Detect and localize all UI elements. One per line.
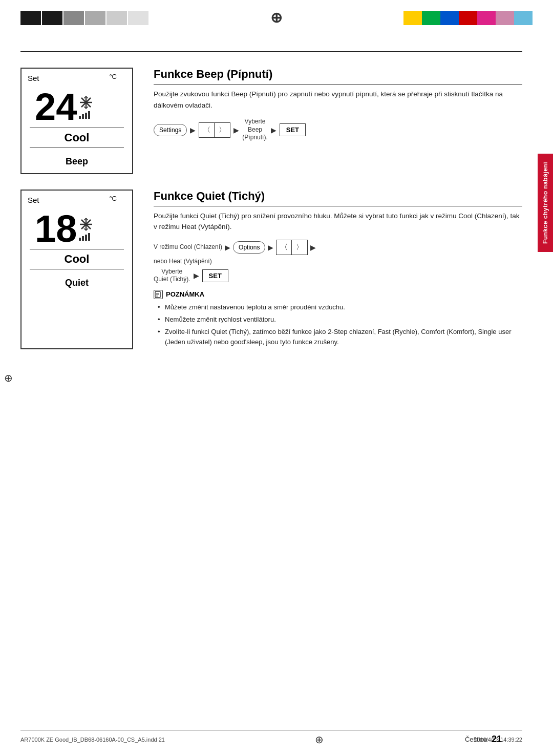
- quiet-control-line1: V režimu Cool (Chlazení): [154, 243, 222, 251]
- poznamka-item-2: Nemůžete změnit rychlost ventilátoru.: [158, 314, 522, 325]
- arrow-right-icon1: ▶: [190, 126, 196, 134]
- quiet-temp-row: 18: [35, 212, 124, 246]
- beep-mode: Cool: [30, 131, 124, 144]
- color-sq-lightgray: [128, 11, 148, 25]
- quiet-deg-label: °C: [109, 195, 117, 202]
- beep-temp-num: 24: [35, 90, 77, 124]
- arrow-right-quiet1: ▶: [225, 243, 230, 251]
- settings-button[interactable]: Settings: [154, 124, 187, 136]
- color-sq-green: [422, 11, 440, 25]
- color-sq-red: [459, 11, 477, 25]
- poznamka-title-row: POZNÁMKA: [154, 290, 522, 299]
- beep-deg-label: °C: [109, 73, 117, 80]
- beep-section-content: Funkce Beep (Pípnutí) Použijte zvukovou …: [154, 68, 522, 174]
- nav-left-beep[interactable]: 〈: [199, 123, 215, 137]
- registration-mark-left: ⊕: [4, 372, 13, 384]
- beep-bottom-label: Beep: [30, 156, 124, 167]
- snowflake-icon-quiet: [79, 217, 93, 232]
- snowflake-icon: [79, 95, 93, 110]
- beep-display-box: Set °C 24: [20, 68, 133, 174]
- beep-description: Použijte zvukovou funkci Beep (Pípnutí) …: [154, 89, 522, 111]
- poznamka-item-3: Zvolíte-li funkci Quiet (Tichý), zatímco…: [158, 327, 522, 347]
- doc-icon: [154, 290, 163, 299]
- quiet-title: Funkce Quiet (Tichý): [154, 190, 522, 206]
- quiet-temp-num: 18: [35, 212, 77, 246]
- registration-mark-top: ⊕: [270, 9, 282, 26]
- color-sq-blue: [440, 11, 459, 25]
- quiet-bottom-label: Quiet: [30, 278, 124, 288]
- top-divider: [20, 51, 522, 52]
- options-button[interactable]: Options: [233, 241, 265, 254]
- nav-left-quiet[interactable]: 〈: [276, 240, 292, 255]
- color-sq-yellow: [403, 11, 422, 25]
- quiet-side-icons: [79, 217, 93, 241]
- quiet-row1: V režimu Cool (Chlazení) ▶ Options ▶ 〈 〉…: [154, 240, 522, 255]
- vyberte-beep-group: VyberteBeep(Pípnutí).: [242, 118, 267, 142]
- poznamka-section: POZNÁMKA Můžete změnit nastavenou teplot…: [154, 290, 522, 348]
- color-sq-gray1: [63, 11, 84, 25]
- quiet-set-label: Set: [28, 196, 39, 204]
- color-squares-right: [403, 11, 533, 25]
- quiet-section: Set °C 18: [20, 190, 522, 350]
- vyberte-quiet-label: VyberteQuiet (Tichý).: [154, 268, 190, 284]
- quiet-control-line2: nebo Heat (Vytápění): [154, 257, 212, 266]
- quiet-row2: nebo Heat (Vytápění): [154, 257, 522, 266]
- color-sq-gray2: [85, 11, 105, 25]
- color-sq-gray3: [107, 11, 127, 25]
- arrow-right-icon2: ▶: [233, 126, 239, 134]
- set-button-quiet[interactable]: SET: [202, 269, 228, 282]
- quiet-controls-group: V režimu Cool (Chlazení) ▶ Options ▶ 〈 〉…: [154, 240, 522, 284]
- color-sq-cyan: [514, 11, 533, 25]
- color-sq-pink: [496, 11, 514, 25]
- poznamka-list: Můžete změnit nastavenou teplotu a směr …: [154, 302, 522, 348]
- beep-temp-row: 24: [35, 90, 124, 124]
- nav-pair-quiet[interactable]: 〈 〉: [276, 240, 308, 255]
- arrow-right-quiet3: ▶: [310, 243, 316, 251]
- arrow-right-icon3: ▶: [271, 126, 276, 134]
- color-sq-black2: [42, 11, 62, 25]
- beep-section: Set °C 24: [20, 68, 522, 174]
- side-tab: Funkce chytrého nabájení: [538, 154, 553, 252]
- quiet-divider2: [30, 269, 124, 269]
- side-tab-text: Funkce chytrého nabájení: [542, 162, 549, 244]
- footer: AR7000K ZE Good_IB_DB68-06160A-00_CS_A5.…: [20, 730, 522, 746]
- page-number: 21: [492, 734, 502, 745]
- page-content: Set °C 24: [20, 41, 522, 725]
- page-language: Čeština: [465, 736, 487, 743]
- quiet-display-box: Set °C 18: [20, 190, 133, 350]
- nav-right-beep[interactable]: 〉: [215, 123, 230, 137]
- arrow-right-quiet2: ▶: [268, 243, 273, 251]
- poznamka-item-1: Můžete změnit nastavenou teplotu a směr …: [158, 302, 522, 312]
- color-bar: ⊕: [0, 9, 553, 26]
- poznamka-heading: POZNÁMKA: [166, 290, 204, 298]
- color-sq-black: [20, 11, 41, 25]
- signal-bars-quiet: [79, 233, 90, 241]
- vyberte-beep-label: VyberteBeep(Pípnutí).: [242, 118, 267, 142]
- quiet-vyberte-row: VyberteQuiet (Tichý). ▶ SET: [154, 268, 522, 284]
- footer-reg-mark: ⊕: [315, 733, 324, 746]
- page-number-area: Čeština 21: [465, 734, 502, 745]
- color-sq-magenta: [477, 11, 496, 25]
- footer-filename: AR7000K ZE Good_IB_DB68-06160A-00_CS_A5.…: [20, 737, 165, 743]
- quiet-description: Použijte funkci Quiet (Tichý) pro snížen…: [154, 211, 522, 233]
- beep-divider2: [30, 148, 124, 148]
- beep-title: Funkce Beep (Pípnutí): [154, 68, 522, 85]
- set-button-beep[interactable]: SET: [280, 123, 306, 136]
- document-icon-svg: [155, 291, 162, 298]
- signal-bars: [79, 111, 90, 119]
- color-squares-left: [20, 11, 148, 25]
- beep-control-row: Settings ▶ 〈 〉 ▶ VyberteBeep(Pípnutí). ▶…: [154, 118, 522, 142]
- beep-set-label: Set: [28, 74, 39, 82]
- nav-pair-beep[interactable]: 〈 〉: [199, 122, 230, 138]
- beep-side-icons: [79, 95, 93, 119]
- nav-right-quiet[interactable]: 〉: [292, 240, 307, 255]
- quiet-mode: Cool: [30, 253, 124, 266]
- quiet-section-content: Funkce Quiet (Tichý) Použijte funkci Qui…: [154, 190, 522, 350]
- arrow-right-quiet4: ▶: [194, 271, 199, 280]
